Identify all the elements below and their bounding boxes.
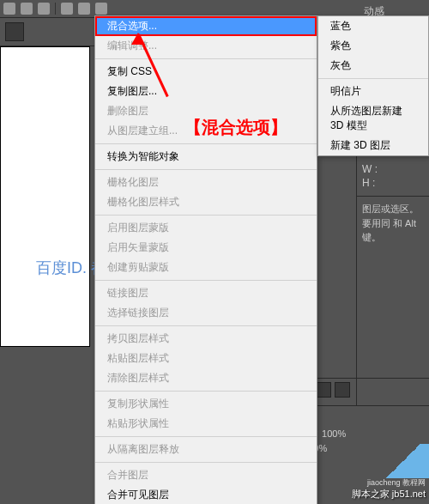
submenu-new-3d-layer[interactable]: 新建 3D 图层 bbox=[318, 136, 428, 155]
app-titlebar: 动感 bbox=[0, 0, 429, 17]
color-submenu: 蓝色 紫色 灰色 明信片 从所选图层新建 3D 模型 新建 3D 图层 bbox=[317, 15, 429, 156]
dimensions-panel: W : H : bbox=[357, 156, 429, 197]
menu-separator bbox=[95, 215, 317, 216]
hint-text: 图层或选区。要用同 和 Alt 键。 bbox=[357, 197, 429, 250]
menu-link-layers: 链接图层 bbox=[95, 283, 317, 303]
menu-separator bbox=[95, 391, 317, 392]
menu-merge-visible[interactable]: 合并可见图层 bbox=[95, 485, 317, 504]
h-label: H : bbox=[362, 177, 375, 189]
layer-context-menu: 混合选项... 编辑调整... 复制 CSS 复制图层... 删除图层 从图层建… bbox=[94, 15, 317, 504]
menu-separator bbox=[95, 58, 317, 59]
menu-edit-adjust: 编辑调整... bbox=[95, 36, 317, 56]
toolbar-icon[interactable] bbox=[95, 3, 107, 15]
toolbar-icon[interactable] bbox=[38, 3, 50, 15]
toolbar-icon[interactable] bbox=[21, 3, 33, 15]
menu-select-linked: 选择链接图层 bbox=[95, 303, 317, 323]
menu-merge-layers: 合并图层 bbox=[95, 465, 317, 485]
submenu-postcard[interactable]: 明信片 bbox=[318, 82, 428, 101]
menu-separator bbox=[95, 436, 317, 437]
menu-enable-vector-mask: 启用矢量蒙版 bbox=[95, 238, 317, 258]
menu-copy-shape-attr: 复制形状属性 bbox=[95, 394, 317, 414]
menu-separator bbox=[95, 280, 317, 281]
menu-create-clip-mask: 创建剪贴蒙版 bbox=[95, 258, 317, 277]
menu-paste-style: 粘贴图层样式 bbox=[95, 349, 317, 368]
adjustments-icon[interactable] bbox=[316, 382, 331, 398]
menu-clear-style: 清除图层样式 bbox=[95, 368, 317, 388]
menu-paste-shape-attr: 粘贴形状属性 bbox=[95, 414, 317, 434]
menu-copy-css[interactable]: 复制 CSS bbox=[95, 62, 317, 82]
separator bbox=[55, 3, 56, 15]
submenu-blue[interactable]: 蓝色 bbox=[318, 16, 428, 36]
opacity-value[interactable]: 100% bbox=[322, 428, 346, 439]
menu-release-iso: 从隔离图层释放 bbox=[95, 440, 317, 459]
menu-separator bbox=[95, 143, 317, 144]
submenu-gray[interactable]: 灰色 bbox=[318, 56, 428, 76]
menu-separator bbox=[318, 78, 428, 79]
menu-blend-options[interactable]: 混合选项... bbox=[95, 16, 317, 36]
w-label: W : bbox=[362, 163, 378, 175]
menu-enable-mask: 启用图层蒙版 bbox=[95, 218, 317, 238]
watermark-site: 脚本之家 jb51.net bbox=[352, 488, 426, 501]
menu-separator bbox=[95, 325, 317, 326]
menu-convert-smart[interactable]: 转换为智能对象 bbox=[95, 147, 317, 167]
menu-separator bbox=[95, 462, 317, 463]
submenu-purple[interactable]: 紫色 bbox=[318, 36, 428, 56]
menu-separator bbox=[95, 169, 317, 170]
menu-rasterize-layer: 栅格化图层 bbox=[95, 173, 317, 192]
menu-duplicate-layer[interactable]: 复制图层... bbox=[95, 82, 317, 101]
menu-rasterize-style: 栅格化图层样式 bbox=[95, 192, 317, 212]
move-tool-icon[interactable] bbox=[5, 22, 24, 41]
annotation-text: 【混合选项】 bbox=[184, 116, 287, 139]
toolbar-icon[interactable] bbox=[78, 3, 90, 15]
toolbar-icon[interactable] bbox=[61, 3, 73, 15]
canvas[interactable] bbox=[0, 46, 90, 347]
menu-copy-style: 拷贝图层样式 bbox=[95, 329, 317, 349]
app-icon bbox=[3, 3, 15, 15]
corner-decoration bbox=[378, 444, 429, 478]
paths-icon[interactable] bbox=[335, 382, 350, 398]
submenu-new-3d-from-layer[interactable]: 从所选图层新建 3D 模型 bbox=[318, 101, 428, 136]
